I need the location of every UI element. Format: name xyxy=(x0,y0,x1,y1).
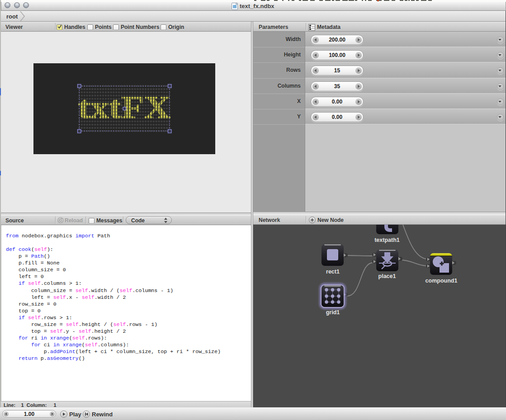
svg-text:compound1: compound1 xyxy=(426,278,458,284)
svg-text:grid1: grid1 xyxy=(326,309,340,316)
svg-text:rect1: rect1 xyxy=(326,269,340,275)
svg-text:textpath1: textpath1 xyxy=(374,237,400,243)
svg-text:place1: place1 xyxy=(378,273,396,279)
